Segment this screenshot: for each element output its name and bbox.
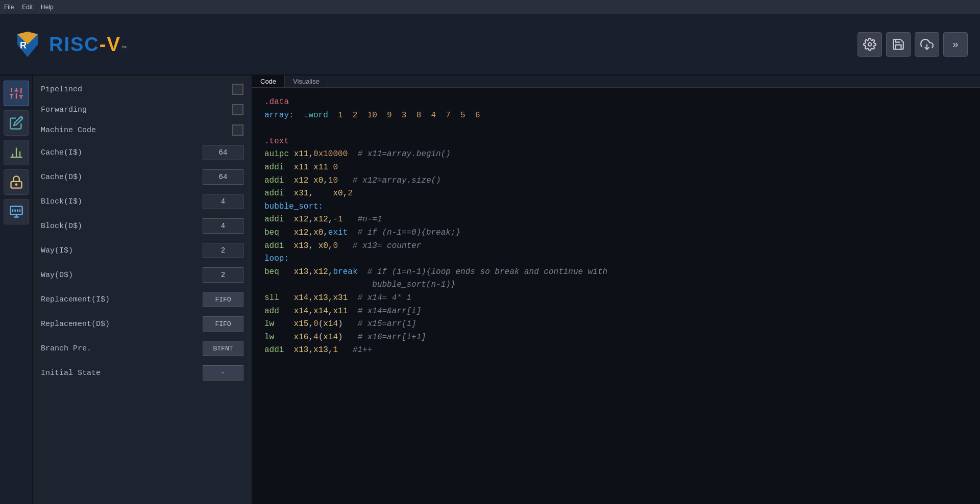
code-line-7: addi x12 x0,10 # x12=array.size() (264, 174, 968, 188)
replacement-d-btn[interactable]: FIFO (203, 316, 243, 332)
svg-point-19 (15, 184, 16, 185)
setting-branch-pre: Branch Pre. BTFNT (41, 341, 243, 356)
setting-machinecode: Machine Code (41, 124, 243, 136)
svg-text:R: R (20, 40, 27, 51)
code-line-20: addi x13,x13,1 #i++ (264, 344, 968, 357)
pipelined-label: Pipelined (41, 85, 122, 94)
setting-cache-i: Cache(I$) (41, 145, 243, 160)
way-i-label: Way(I$) (41, 246, 122, 255)
setting-replacement-d: Replacement(D$) FIFO (41, 316, 243, 332)
tab-visualise[interactable]: Visualise (285, 75, 328, 87)
menu-help[interactable]: Help (41, 4, 54, 11)
header: R RISC -V ™ (0, 14, 980, 75)
menu-edit[interactable]: Edit (22, 4, 33, 11)
code-line-18: lw x15,0(x14) # x15=arr[i] (264, 318, 968, 331)
forward-button[interactable]: » (943, 32, 968, 57)
cache-i-input[interactable] (203, 145, 243, 160)
toolbar-right: » (857, 32, 968, 57)
cache-d-label: Cache(D$) (41, 173, 122, 182)
pipelined-checkbox[interactable] (232, 84, 243, 95)
code-line-17: add x14,x14,x11 # x14=&arr[i] (264, 305, 968, 318)
icon-sidebar (0, 75, 33, 504)
code-tabs: Code Visualise (252, 75, 980, 88)
code-line-19: lw x16,4(x14) # x16=arr[i+1] (264, 331, 968, 344)
code-line-16: sll x14,x13,x31 # x14= 4* i (264, 292, 968, 305)
code-line-8: addi x31, x0,2 (264, 187, 968, 200)
sidebar-btn-info[interactable] (4, 169, 29, 195)
code-line-2: array: .word 1 2 10 9 3 8 4 7 5 6 (264, 109, 968, 122)
machinecode-checkbox[interactable] (232, 124, 243, 136)
block-i-input[interactable] (203, 194, 243, 209)
save-button[interactable] (886, 32, 911, 57)
setting-cache-d: Cache(D$) (41, 169, 243, 185)
forwarding-checkbox[interactable] (232, 104, 243, 115)
code-area: Code Visualise .data array: .word 1 2 10… (252, 75, 980, 504)
download-button[interactable] (915, 32, 939, 57)
machinecode-label: Machine Code (41, 126, 122, 135)
logo-text: RISC -V ™ (49, 34, 126, 56)
tab-code[interactable]: Code (252, 75, 285, 87)
cache-i-label: Cache(I$) (41, 148, 122, 157)
way-d-input[interactable] (203, 267, 243, 283)
code-content[interactable]: .data array: .word 1 2 10 9 3 8 4 7 5 6 … (252, 88, 980, 504)
menubar: File Edit Help (0, 0, 980, 14)
forwarding-label: Forwarding (41, 106, 122, 114)
logo-area: R RISC -V ™ (12, 29, 126, 60)
branch-pre-label: Branch Pre. (41, 344, 122, 353)
setting-initial-state: Initial State - (41, 365, 243, 381)
code-line-11: beq x12,x0,exit # if (n-1==0){break;} (264, 226, 968, 240)
initial-state-label: Initial State (41, 369, 122, 377)
setting-replacement-i: Replacement(I$) FIFO (41, 292, 243, 307)
code-line-9: bubble_sort: (264, 200, 968, 214)
setting-forwarding: Forwarding (41, 104, 243, 115)
way-i-input[interactable] (203, 243, 243, 258)
block-d-input[interactable] (203, 218, 243, 234)
replacement-i-btn[interactable]: FIFO (203, 292, 243, 307)
way-d-label: Way(D$) (41, 271, 122, 280)
setting-way-d: Way(D$) (41, 267, 243, 283)
code-line-6: addi x11 x11 0 (264, 161, 968, 174)
settings-panel: Pipelined Forwarding Machine Code Cache(… (33, 75, 252, 504)
sidebar-btn-memory[interactable] (4, 199, 29, 224)
block-d-label: Block(D$) (41, 222, 122, 231)
cache-d-input[interactable] (203, 169, 243, 185)
sidebar-btn-registers[interactable] (4, 140, 29, 165)
code-line-12: addi x13, x0,0 # x13= counter (264, 240, 968, 253)
code-line-13: loop: (264, 253, 968, 266)
setting-block-d: Block(D$) (41, 218, 243, 234)
initial-state-btn[interactable]: - (203, 365, 243, 381)
setting-block-i: Block(I$) (41, 194, 243, 209)
code-line-14: beq x13,x12,break # if (i=n-1){loop ends… (264, 266, 968, 279)
code-line-5: auipc x11,0x10000 # x11=array.begin() (264, 148, 968, 161)
logo-icon: R (12, 29, 43, 60)
menu-file[interactable]: File (4, 4, 14, 11)
code-line-15: bubble_sort(n-1)} (264, 279, 968, 292)
code-line-1: .data (264, 96, 968, 109)
setting-way-i: Way(I$) (41, 243, 243, 258)
setting-pipelined: Pipelined (41, 84, 243, 95)
replacement-i-label: Replacement(I$) (41, 295, 122, 304)
code-line-blank1 (264, 122, 968, 135)
main-layout: Pipelined Forwarding Machine Code Cache(… (0, 75, 980, 504)
code-line-10: addi x12,x12,-1 #n-=1 (264, 213, 968, 226)
replacement-d-label: Replacement(D$) (41, 320, 122, 329)
branch-pre-btn[interactable]: BTFNT (203, 341, 243, 356)
sidebar-btn-sliders[interactable] (4, 81, 29, 106)
sidebar-btn-edit[interactable] (4, 110, 29, 136)
block-i-label: Block(I$) (41, 197, 122, 206)
code-line-4: .text (264, 135, 968, 148)
settings-button[interactable] (857, 32, 882, 57)
svg-point-3 (868, 43, 872, 46)
